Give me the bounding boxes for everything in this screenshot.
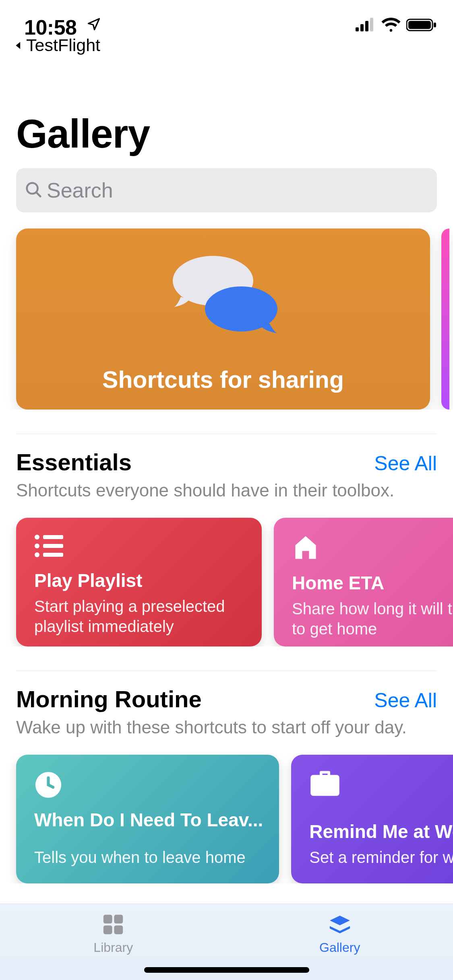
svg-rect-5: [408, 21, 431, 29]
section-head-morning: Morning Routine See All: [0, 671, 453, 712]
gallery-icon: [327, 913, 353, 938]
chat-bubbles-icon: [165, 253, 281, 343]
morning-row[interactable]: When Do I Need To Leav... Tells you when…: [0, 739, 453, 883]
svg-rect-19: [114, 915, 123, 924]
see-all-essentials[interactable]: See All: [374, 452, 437, 475]
svg-rect-2: [365, 21, 368, 31]
battery-icon: [406, 18, 438, 34]
svg-line-8: [36, 192, 40, 196]
tab-label: Gallery: [319, 940, 360, 955]
page-title: Gallery: [0, 56, 453, 157]
tab-bar: Library Gallery: [0, 904, 453, 980]
status-bar: 10:58 TestFlight: [0, 0, 453, 56]
card-desc: Tells you when to leave home: [34, 847, 263, 867]
back-app-label: TestFlight: [26, 35, 100, 55]
card-title: Play Playlist: [34, 570, 246, 591]
section-title: Essentials: [16, 449, 132, 476]
svg-rect-6: [434, 23, 436, 27]
card-title: When Do I Need To Leav...: [34, 809, 263, 831]
home-indicator[interactable]: [144, 967, 309, 973]
svg-rect-0: [356, 27, 359, 31]
svg-rect-3: [370, 18, 373, 31]
svg-rect-20: [103, 925, 112, 934]
card-desc: Start playing a preselected playlist imm…: [34, 596, 246, 636]
wifi-icon: [381, 18, 401, 34]
section-subtitle: Shortcuts everyone should have in their …: [0, 476, 453, 502]
search-input[interactable]: [47, 178, 429, 202]
search-field[interactable]: [16, 168, 437, 212]
svg-rect-16: [43, 553, 63, 557]
card-when-leave[interactable]: When Do I Need To Leav... Tells you when…: [16, 755, 279, 883]
clock-icon: [34, 771, 263, 799]
svg-rect-14: [43, 544, 63, 548]
status-right: [356, 18, 438, 34]
see-all-morning[interactable]: See All: [374, 689, 437, 712]
card-desc: Set a reminder for when: [309, 847, 453, 867]
section-title: Morning Routine: [16, 686, 202, 712]
card-home-eta[interactable]: Home ETA Share how long it will take you…: [274, 518, 453, 646]
card-remind-work[interactable]: Remind Me at Work Set a reminder for whe…: [291, 755, 453, 883]
hero-card-sharing[interactable]: Shortcuts for sharing: [16, 229, 430, 410]
essentials-row[interactable]: Play Playlist Start playing a preselecte…: [0, 502, 453, 646]
svg-rect-1: [360, 24, 364, 31]
home-icon: [292, 534, 453, 562]
svg-rect-12: [43, 535, 63, 539]
search-icon: [24, 180, 43, 200]
svg-rect-18: [103, 915, 112, 924]
briefcase-icon: [309, 771, 453, 799]
hero-carousel[interactable]: Shortcuts for sharing: [0, 212, 453, 410]
list-icon: [34, 534, 246, 560]
svg-point-11: [35, 535, 39, 539]
tab-label: Library: [93, 940, 133, 955]
svg-rect-21: [114, 925, 123, 934]
section-subtitle: Wake up with these shortcuts to start of…: [0, 712, 453, 739]
card-desc: Share how long it will take you to get h…: [292, 599, 453, 639]
section-head-essentials: Essentials See All: [0, 434, 453, 476]
cellular-icon: [356, 18, 376, 34]
grid-icon: [101, 913, 125, 938]
svg-point-13: [35, 544, 39, 548]
location-icon: [87, 17, 101, 33]
card-title: Home ETA: [292, 572, 453, 594]
card-play-playlist[interactable]: Play Playlist Start playing a preselecte…: [16, 518, 262, 646]
hero-title: Shortcuts for sharing: [102, 366, 344, 393]
hero-card-next[interactable]: [441, 229, 449, 410]
back-to-app[interactable]: TestFlight: [14, 35, 100, 55]
card-title: Remind Me at Work: [309, 821, 453, 842]
svg-point-15: [35, 552, 39, 557]
